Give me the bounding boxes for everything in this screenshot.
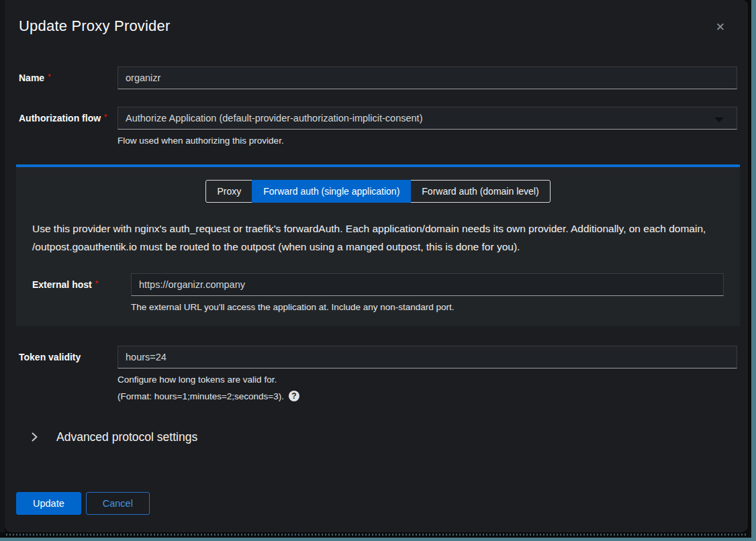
modal-header: Update Proxy Provider ✕ [19,0,737,35]
authorization-flow-label: Authorization flow* [19,107,117,124]
authorization-flow-row: Authorization flow* Authorize Applicatio… [19,107,737,147]
external-host-label: External host* [32,273,131,290]
tab-forward-auth-domain-level[interactable]: Forward auth (domain level) [410,180,550,203]
external-host-help: The external URL you'll access the appli… [131,301,724,313]
required-asterisk: * [104,113,107,121]
window-edge-dither [4,534,747,536]
chevron-down-icon [714,117,724,122]
update-proxy-provider-modal: Update Proxy Provider ✕ Name* Authorizat… [5,0,748,532]
external-host-row: External host* The external URL you'll a… [32,273,724,313]
question-circle-icon[interactable]: ? [289,391,299,401]
authorization-flow-select[interactable]: Authorize Application (default-provider-… [117,107,737,130]
token-validity-format-help: (Format: hours=1;minutes=2;seconds=3). ? [117,391,737,401]
modal-actions: Update Cancel [16,492,737,515]
cancel-button[interactable]: Cancel [86,492,150,515]
advanced-protocol-settings-label: Advanced protocol settings [56,430,197,444]
required-asterisk: * [95,279,98,287]
token-validity-row: Token validity Configure how long tokens… [19,346,737,401]
token-validity-help: Configure how long tokens are valid for. [117,374,737,386]
update-button[interactable]: Update [16,492,81,515]
modal-title: Update Proxy Provider [19,17,737,35]
background-page-sliver [0,0,5,532]
external-host-input[interactable] [131,273,724,296]
proxy-mode-toggle-group: Proxy Forward auth (single application) … [32,180,724,203]
forward-auth-description: Use this provider with nginx's auth_requ… [32,220,724,256]
screenshot-frame: Update Proxy Provider ✕ Name* Authorizat… [0,0,756,541]
advanced-protocol-settings-toggle[interactable]: Advanced protocol settings [31,427,737,447]
tab-proxy[interactable]: Proxy [205,180,252,203]
close-icon[interactable]: ✕ [716,21,725,33]
token-validity-input[interactable] [117,346,737,368]
name-input[interactable] [117,66,737,89]
proxy-mode-card: Proxy Forward auth (single application) … [16,167,740,326]
token-validity-label: Token validity [19,346,117,362]
chevron-right-icon [31,431,38,443]
tab-forward-auth-single-application[interactable]: Forward auth (single application) [252,180,411,203]
name-field-row: Name* [19,66,737,89]
name-label: Name* [19,66,117,83]
authorization-flow-help: Flow used when authorizing this provider… [117,135,737,147]
required-asterisk: * [48,72,50,81]
authorization-flow-selected-value: Authorize Application (default-provider-… [126,113,422,124]
